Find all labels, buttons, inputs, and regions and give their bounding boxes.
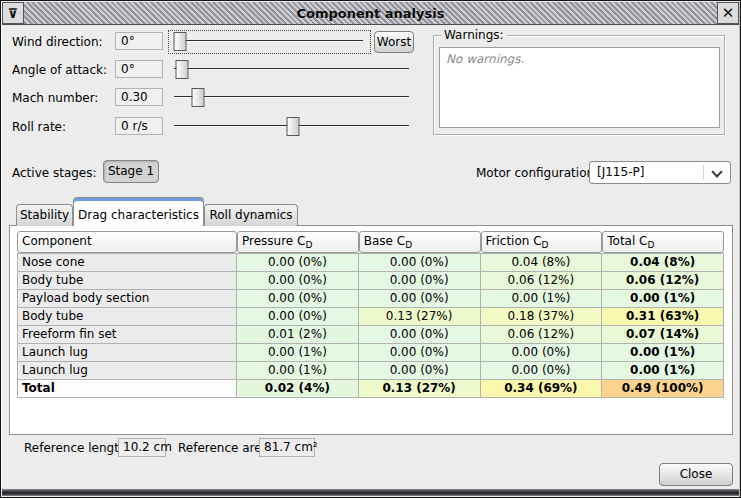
column-header-friction-c[interactable]: Friction CD: [481, 231, 603, 253]
table-row[interactable]: Body tube0.00 (0%)0.00 (0%)0.06 (12%)0.0…: [17, 272, 724, 290]
stage-1-toggle-button[interactable]: Stage 1: [103, 160, 159, 183]
window-menu-button[interactable]: ⊽: [2, 2, 24, 24]
value-cell: 0.00 (0%): [237, 254, 359, 272]
component-cell: Launch lug: [17, 362, 237, 380]
window-close-button[interactable]: ✕: [717, 2, 739, 24]
roll-rate-label: Roll rate:: [12, 120, 66, 134]
reference-length-label: Reference length:: [24, 441, 131, 455]
value-cell: 0.00 (1%): [237, 362, 359, 380]
value-cell: 0.00 (1%): [481, 290, 603, 308]
combo-separator: [703, 165, 704, 180]
mach-number-slider[interactable]: [174, 88, 409, 107]
motor-configuration-label: Motor configuration:: [476, 166, 598, 180]
slider-track[interactable]: [174, 68, 409, 70]
motor-configuration-select[interactable]: [J115-P]: [589, 161, 731, 184]
table-body: Nose cone0.00 (0%)0.00 (0%)0.04 (8%)0.04…: [17, 253, 724, 398]
window-bottom-frame: [2, 489, 739, 496]
active-stages-label: Active stages:: [12, 166, 97, 180]
window-title: Component analysis: [2, 6, 739, 21]
value-cell: 0.06 (12%): [481, 272, 603, 290]
value-cell: 0.00 (1%): [237, 344, 359, 362]
table-row[interactable]: Total0.02 (4%)0.13 (27%)0.34 (69%)0.49 (…: [17, 380, 724, 398]
value-cell: 0.13 (27%): [359, 380, 481, 398]
component-cell: Launch lug: [17, 344, 237, 362]
wind-direction-slider[interactable]: [174, 32, 363, 51]
value-cell: 0.00 (0%): [237, 290, 359, 308]
column-header-total-c[interactable]: Total CD: [602, 231, 724, 253]
motor-configuration-value: [J115-P]: [597, 165, 644, 179]
value-cell: 0.49 (100%): [602, 380, 724, 398]
value-cell: 0.00 (1%): [602, 344, 724, 362]
value-cell: 0.00 (1%): [602, 290, 724, 308]
value-cell: 0.02 (4%): [237, 380, 359, 398]
angle-of-attack-field[interactable]: 0°: [115, 60, 163, 78]
component-cell: Body tube: [17, 308, 237, 326]
slider-track[interactable]: [174, 96, 409, 98]
value-cell: 0.07 (14%): [602, 326, 724, 344]
value-cell: 0.00 (0%): [359, 344, 481, 362]
slider-thumb[interactable]: [191, 88, 204, 107]
component-analysis-dialog: ⊽ Component analysis ✕ Wind direction: 0…: [0, 0, 741, 498]
worst-button[interactable]: Worst: [374, 31, 414, 53]
table-row[interactable]: Launch lug0.00 (1%)0.00 (0%)0.00 (0%)0.0…: [17, 362, 724, 380]
value-cell: 0.00 (0%): [359, 326, 481, 344]
table-header-row: ComponentPressure CDBase CDFriction CDTo…: [17, 231, 724, 253]
value-cell: 0.18 (37%): [481, 308, 603, 326]
value-cell: 0.13 (27%): [359, 308, 481, 326]
value-cell: 0.04 (8%): [602, 254, 724, 272]
value-cell: 0.00 (1%): [602, 362, 724, 380]
value-cell: 0.00 (0%): [359, 290, 481, 308]
title-bar[interactable]: ⊽ Component analysis ✕: [2, 2, 739, 25]
table-row[interactable]: Launch lug0.00 (1%)0.00 (0%)0.00 (0%)0.0…: [17, 344, 724, 362]
value-cell: 0.00 (0%): [237, 272, 359, 290]
roll-rate-slider[interactable]: [174, 117, 409, 136]
value-cell: 0.04 (8%): [481, 254, 603, 272]
slider-thumb[interactable]: [175, 60, 188, 79]
angle-of-attack-slider[interactable]: [174, 60, 409, 79]
tab-roll-dynamics[interactable]: Roll dynamics: [204, 204, 298, 226]
value-cell: 0.00 (0%): [359, 362, 481, 380]
wind-direction-field[interactable]: 0°: [115, 32, 163, 50]
reference-area-value: 81.7 cm²: [259, 438, 315, 457]
component-cell: Total: [17, 380, 237, 398]
close-button[interactable]: Close: [659, 463, 733, 486]
close-icon: ✕: [722, 4, 735, 22]
chevron-down-icon: [711, 166, 722, 177]
slider-track[interactable]: [174, 40, 363, 42]
value-cell: 0.00 (0%): [359, 254, 481, 272]
tab-drag-characteristics[interactable]: Drag characteristics: [73, 197, 204, 226]
warnings-list[interactable]: No warnings.: [439, 47, 720, 128]
angle-of-attack-label: Angle of attack:: [12, 63, 107, 77]
column-header-pressure-c[interactable]: Pressure CD: [237, 231, 359, 253]
table-row[interactable]: Nose cone0.00 (0%)0.00 (0%)0.04 (8%)0.04…: [17, 254, 724, 272]
mach-number-field[interactable]: 0.30: [115, 88, 163, 106]
component-cell: Nose cone: [17, 254, 237, 272]
roll-rate-field[interactable]: 0 r/s: [115, 117, 163, 135]
value-cell: 0.00 (0%): [481, 362, 603, 380]
table-row[interactable]: Body tube0.00 (0%)0.13 (27%)0.18 (37%)0.…: [17, 308, 724, 326]
table-row[interactable]: Freeform fin set0.01 (2%)0.00 (0%)0.06 (…: [17, 326, 724, 344]
component-cell: Freeform fin set: [17, 326, 237, 344]
slider-thumb[interactable]: [174, 32, 187, 51]
warnings-title: Warnings:: [441, 28, 507, 42]
value-cell: 0.00 (0%): [359, 272, 481, 290]
value-cell: 0.00 (0%): [481, 344, 603, 362]
component-cell: Body tube: [17, 272, 237, 290]
slider-thumb[interactable]: [286, 117, 299, 136]
value-cell: 0.06 (12%): [602, 272, 724, 290]
wind-direction-label: Wind direction:: [12, 35, 103, 49]
column-header-base-c[interactable]: Base CD: [359, 231, 481, 253]
component-drag-table: ComponentPressure CDBase CDFriction CDTo…: [17, 231, 724, 398]
value-cell: 0.01 (2%): [237, 326, 359, 344]
value-cell: 0.34 (69%): [481, 380, 603, 398]
component-cell: Payload body section: [17, 290, 237, 308]
window-menu-icon: ⊽: [8, 6, 19, 21]
value-cell: 0.06 (12%): [481, 326, 603, 344]
value-cell: 0.31 (63%): [602, 308, 724, 326]
column-header-component[interactable]: Component: [17, 231, 237, 253]
reference-length-value: 10.2 cm: [118, 438, 166, 457]
tab-stability[interactable]: Stability: [16, 204, 73, 226]
mach-number-label: Mach number:: [12, 91, 98, 105]
value-cell: 0.00 (0%): [237, 308, 359, 326]
table-row[interactable]: Payload body section0.00 (0%)0.00 (0%)0.…: [17, 290, 724, 308]
